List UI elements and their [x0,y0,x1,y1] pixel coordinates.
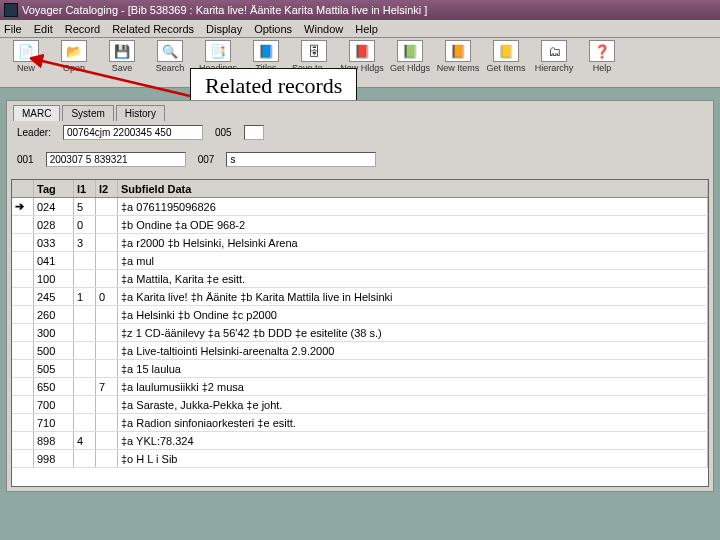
cell-i2[interactable] [96,216,118,233]
f005-input[interactable] [244,125,264,140]
table-row[interactable]: ➔0245‡a 0761195096826 [12,198,708,216]
menu-record[interactable]: Record [65,23,100,35]
tab-marc[interactable]: MARC [13,105,60,121]
table-row[interactable]: 0333‡a r2000 ‡b Helsinki, Helsinki Arena [12,234,708,252]
cell-tag[interactable]: 505 [34,360,74,377]
cell-subfield[interactable]: ‡a Radion sinfoniaorkesteri ‡e esitt. [118,414,708,431]
menu-help[interactable]: Help [355,23,378,35]
menu-options[interactable]: Options [254,23,292,35]
cell-subfield[interactable]: ‡a 0761195096826 [118,198,708,215]
cell-subfield[interactable]: ‡a Live-taltiointi Helsinki-areenalta 2.… [118,342,708,359]
cell-i1[interactable] [74,252,96,269]
cell-tag[interactable]: 041 [34,252,74,269]
cell-tag[interactable]: 024 [34,198,74,215]
cell-i2[interactable] [96,306,118,323]
leader-input[interactable]: 00764cjm 2200345 450 [63,125,203,140]
table-row[interactable]: 8984‡a YKL:78.324 [12,432,708,450]
cell-tag[interactable]: 260 [34,306,74,323]
toolbar-help-button[interactable]: ❓Help [580,40,624,83]
table-row[interactable]: 300‡z 1 CD-äänilevy ‡a 56'42 ‡b DDD ‡e e… [12,324,708,342]
cell-i2[interactable] [96,432,118,449]
cell-i2[interactable]: 7 [96,378,118,395]
cell-i2[interactable] [96,414,118,431]
cell-i1[interactable]: 4 [74,432,96,449]
table-row[interactable]: 998‡o H L i Sib [12,450,708,468]
cell-i1[interactable] [74,396,96,413]
tab-system[interactable]: System [62,105,113,121]
table-row[interactable]: 24510‡a Karita live! ‡h Äänite ‡b Karita… [12,288,708,306]
cell-i2[interactable]: 0 [96,288,118,305]
cell-i2[interactable] [96,396,118,413]
cell-subfield[interactable]: ‡a Saraste, Jukka-Pekka ‡e joht. [118,396,708,413]
cell-i1[interactable]: 0 [74,216,96,233]
cell-i1[interactable] [74,324,96,341]
cell-i1[interactable] [74,378,96,395]
cell-subfield[interactable]: ‡a r2000 ‡b Helsinki, Helsinki Arena [118,234,708,251]
table-row[interactable]: 260‡a Helsinki ‡b Ondine ‡c p2000 [12,306,708,324]
cell-i2[interactable] [96,252,118,269]
cell-i1[interactable] [74,450,96,467]
cell-subfield[interactable]: ‡o H L i Sib [118,450,708,467]
cell-i1[interactable] [74,270,96,287]
menu-edit[interactable]: Edit [34,23,53,35]
f007-input[interactable]: s [226,152,376,167]
cell-subfield[interactable]: ‡a laulumusiikki ‡2 musa [118,378,708,395]
cell-i1[interactable]: 3 [74,234,96,251]
menu-window[interactable]: Window [304,23,343,35]
table-row[interactable]: 500‡a Live-taltiointi Helsinki-areenalta… [12,342,708,360]
cell-i2[interactable] [96,270,118,287]
cell-tag[interactable]: 033 [34,234,74,251]
cell-subfield[interactable]: ‡b Ondine ‡a ODE 968-2 [118,216,708,233]
tab-history[interactable]: History [116,105,165,121]
toolbar-open-button[interactable]: 📂Open [52,40,96,83]
cell-i1[interactable] [74,414,96,431]
cell-i2[interactable] [96,342,118,359]
cell-i2[interactable] [96,360,118,377]
cell-tag[interactable]: 100 [34,270,74,287]
table-row[interactable]: 041‡a mul [12,252,708,270]
cell-tag[interactable]: 700 [34,396,74,413]
toolbar-hierarchy-button[interactable]: 🗂Hierarchy [532,40,576,83]
cell-subfield[interactable]: ‡a Mattila, Karita ‡e esitt. [118,270,708,287]
cell-subfield[interactable]: ‡a mul [118,252,708,269]
cell-tag[interactable]: 650 [34,378,74,395]
cell-subfield[interactable]: ‡a Karita live! ‡h Äänite ‡b Karita Matt… [118,288,708,305]
cell-tag[interactable]: 998 [34,450,74,467]
toolbar-get-hldgs-button[interactable]: 📗Get Hldgs [388,40,432,83]
toolbar-new-items-button[interactable]: 📙New Items [436,40,480,83]
cell-i1[interactable] [74,306,96,323]
cell-i1[interactable]: 5 [74,198,96,215]
toolbar-save-button[interactable]: 💾Save [100,40,144,83]
toolbar-search-button[interactable]: 🔍Search [148,40,192,83]
cell-i2[interactable] [96,234,118,251]
menu-file[interactable]: File [4,23,22,35]
toolbar-get-items-button[interactable]: 📒Get Items [484,40,528,83]
f001-input[interactable]: 200307 5 839321 [46,152,186,167]
table-row[interactable]: 0280‡b Ondine ‡a ODE 968-2 [12,216,708,234]
cell-tag[interactable]: 710 [34,414,74,431]
menu-display[interactable]: Display [206,23,242,35]
cell-tag[interactable]: 028 [34,216,74,233]
table-row[interactable]: 710‡a Radion sinfoniaorkesteri ‡e esitt. [12,414,708,432]
table-row[interactable]: 700‡a Saraste, Jukka-Pekka ‡e joht. [12,396,708,414]
cell-subfield[interactable]: ‡a 15 laulua [118,360,708,377]
toolbar-new-button[interactable]: 📄New [4,40,48,83]
marc-grid[interactable]: Tag I1 I2 Subfield Data ➔0245‡a 07611950… [11,179,709,487]
cell-i2[interactable] [96,198,118,215]
table-row[interactable]: 100‡a Mattila, Karita ‡e esitt. [12,270,708,288]
menu-related-records[interactable]: Related Records [112,23,194,35]
cell-subfield[interactable]: ‡z 1 CD-äänilevy ‡a 56'42 ‡b DDD ‡e esit… [118,324,708,341]
cell-subfield[interactable]: ‡a YKL:78.324 [118,432,708,449]
cell-tag[interactable]: 245 [34,288,74,305]
cell-subfield[interactable]: ‡a Helsinki ‡b Ondine ‡c p2000 [118,306,708,323]
cell-tag[interactable]: 898 [34,432,74,449]
table-row[interactable]: 6507‡a laulumusiikki ‡2 musa [12,378,708,396]
table-row[interactable]: 505‡a 15 laulua [12,360,708,378]
cell-i2[interactable] [96,324,118,341]
cell-i1[interactable]: 1 [74,288,96,305]
cell-tag[interactable]: 300 [34,324,74,341]
cell-tag[interactable]: 500 [34,342,74,359]
cell-i1[interactable] [74,342,96,359]
cell-i1[interactable] [74,360,96,377]
cell-i2[interactable] [96,450,118,467]
